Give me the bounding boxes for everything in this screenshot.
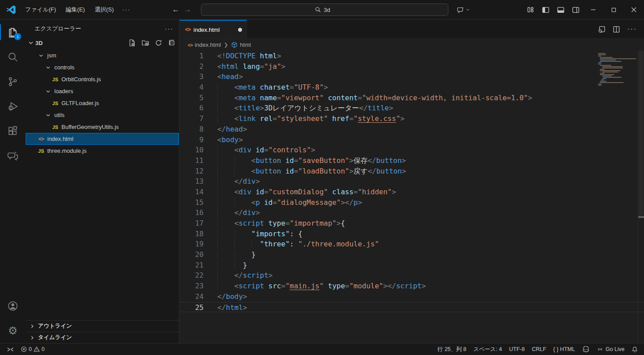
new-folder-icon[interactable] (142, 39, 149, 46)
tree-item-loaders[interactable]: loaders (26, 85, 179, 97)
source-control-icon (7, 76, 19, 87)
line-number: 25 (180, 302, 204, 312)
tree-item-label: loaders (54, 88, 73, 94)
activity-extensions-button[interactable] (0, 119, 26, 144)
eol-sequence[interactable]: CRLF (528, 346, 550, 352)
remote-indicator[interactable] (4, 347, 17, 352)
toggle-panel-icon[interactable] (554, 3, 567, 16)
copilot-status[interactable] (579, 346, 593, 353)
tree-item-index-html[interactable]: <>index.html (26, 133, 179, 145)
timeline-label: タイムライン (38, 334, 72, 341)
menu-item-0[interactable]: ファイル(F) (21, 4, 60, 16)
indentation[interactable]: スペース: 4 (470, 346, 506, 353)
chevron-down-icon (44, 112, 52, 118)
collapse-all-icon[interactable] (168, 39, 175, 46)
line-number: 3 (180, 72, 204, 82)
outline-label: アウトライン (38, 322, 72, 330)
breadcrumb[interactable]: <> index.html ❯ html (180, 39, 644, 51)
tree-item-utils[interactable]: utils (26, 109, 179, 121)
js-file-icon: JS (51, 101, 59, 106)
scrollbar-slider[interactable] (639, 51, 644, 219)
notifications-button[interactable] (628, 346, 641, 353)
editor-group: <> index.html ··· <> index.html ❯ html 1… (180, 20, 644, 343)
breadcrumb-symbol[interactable]: html (240, 42, 251, 48)
unsaved-dot-icon[interactable] (238, 28, 242, 32)
activity-account-button[interactable] (0, 294, 26, 318)
code-editor[interactable]: 1<!DOCTYPE html>2<html lang="ja">3<head>… (180, 51, 644, 343)
gear-icon: ⚙ (8, 325, 18, 336)
nav-back-icon[interactable]: ← (172, 5, 180, 14)
tree-item-orbitcontrols-js[interactable]: JSOrbitControls.js (26, 73, 179, 85)
outline-section[interactable]: アウトライン (26, 320, 179, 332)
tree-item-jsm[interactable]: jsm (26, 49, 179, 61)
activity-run-debug-button[interactable] (0, 94, 26, 119)
breadcrumb-file[interactable]: index.html (195, 42, 221, 48)
activity-explorer-button[interactable]: 1 (0, 20, 26, 45)
tree-item-label: GLTFLoader.js (61, 100, 99, 106)
tree-item-controls[interactable]: controls (26, 61, 179, 73)
close-button[interactable] (624, 0, 644, 19)
overview-ruler-mark (638, 216, 644, 218)
html-file-icon: <> (37, 136, 45, 142)
line-number: 5 (180, 93, 204, 103)
minimap[interactable] (598, 52, 636, 86)
minimize-button[interactable] (583, 0, 603, 19)
toggle-sidebar-icon[interactable] (539, 3, 552, 16)
code-line-7: 7 <link rel="stylesheet" href="style.css… (180, 113, 644, 124)
chevron-right-icon (29, 335, 35, 341)
maximize-button[interactable] (603, 0, 624, 19)
language-mode[interactable]: { } HTML (550, 346, 579, 352)
line-number: 13 (180, 176, 204, 187)
line-number: 10 (180, 145, 204, 155)
code-line-16: 16 </div> (180, 208, 644, 218)
problems-indicator[interactable]: 0 0 (17, 346, 48, 352)
go-live-button[interactable]: Go Live (593, 346, 628, 352)
menu-more-button[interactable]: ··· (118, 4, 135, 15)
activity-chat-button[interactable] (0, 144, 26, 168)
cursor-position[interactable]: 行 25、列 8 (434, 346, 470, 353)
split-editor-icon[interactable] (613, 26, 620, 33)
encoding[interactable]: UTF-8 (506, 346, 528, 352)
command-center-search[interactable] (201, 4, 448, 16)
copilot-chat-icon (457, 6, 465, 14)
chevron-right-icon: ❯ (224, 42, 228, 48)
search-input[interactable] (324, 7, 334, 13)
timeline-section[interactable]: タイムライン (26, 332, 179, 343)
open-preview-icon[interactable] (598, 26, 606, 33)
code-line-4: 4 <meta charset="UTF-8"> (180, 82, 644, 93)
toggle-secondary-sidebar-icon[interactable] (569, 3, 582, 16)
tree-item-gltfloader-js[interactable]: JSGLTFLoader.js (26, 97, 179, 109)
code-line-25: 25</html> (180, 302, 644, 313)
activity-settings-button[interactable]: ⚙ (0, 318, 26, 343)
menu-bar: ファイル(F)編集(E)選択(S) (21, 4, 118, 16)
tree-item-three-module-js[interactable]: JSthree.module.js (26, 145, 179, 157)
chevron-down-icon (37, 53, 45, 59)
tree-item-buffergeometryutils-js[interactable]: JSBufferGeometryUtils.js (26, 121, 179, 133)
explorer-more-button[interactable]: ··· (165, 25, 174, 32)
chevron-down-icon (27, 39, 34, 46)
code-line-2: 2<html lang="ja"> (180, 61, 644, 72)
line-number: 17 (180, 218, 204, 229)
explorer-section-3d[interactable]: 3D (26, 38, 179, 48)
activity-source-control-button[interactable] (0, 69, 26, 94)
copilot-menu-button[interactable] (454, 3, 473, 16)
tab-index-html[interactable]: <> index.html (180, 20, 247, 38)
menu-item-1[interactable]: 編集(E) (62, 4, 89, 16)
editor-scrollbar[interactable] (638, 51, 644, 343)
refresh-icon[interactable] (155, 39, 162, 46)
section-title: 3D (35, 40, 43, 46)
account-icon (7, 300, 19, 312)
editor-more-button[interactable]: ··· (627, 25, 637, 33)
customize-layout-icon[interactable] (524, 3, 537, 16)
code-line-10: 10 <div id="controls"> (180, 145, 644, 155)
line-number: 2 (180, 61, 204, 72)
menu-item-2[interactable]: 選択(S) (91, 4, 117, 16)
nav-forward-icon[interactable]: → (184, 5, 192, 14)
line-number: 6 (180, 103, 204, 113)
vscode-window: ファイル(F)編集(E)選択(S) ··· ← → (0, 0, 644, 355)
warning-count: 0 (42, 346, 45, 352)
new-file-icon[interactable] (129, 39, 136, 46)
line-number: 18 (180, 229, 204, 239)
code-line-6: 6 <title>3Dレイアウトシミュレーター</title> (180, 103, 644, 113)
activity-search-button[interactable] (0, 45, 26, 69)
